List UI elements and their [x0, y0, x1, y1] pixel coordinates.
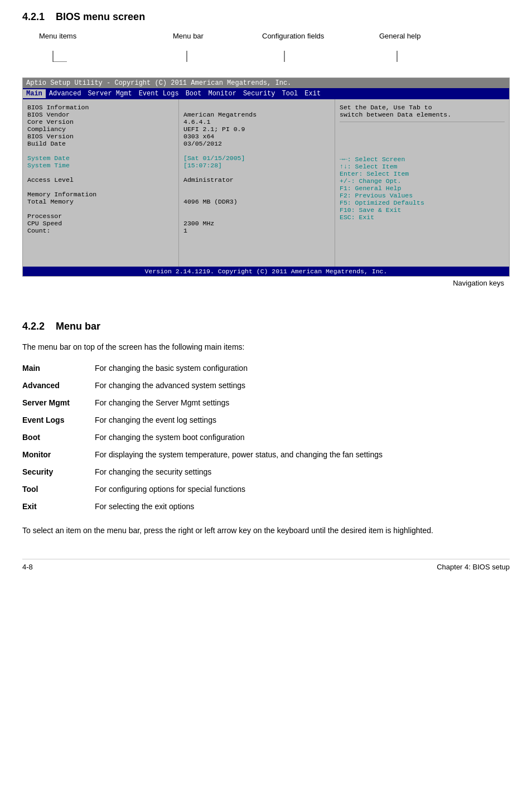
nav-keys-label: Navigation keys [22, 279, 510, 287]
nav-f5: F5: Optimized Defaults [340, 199, 505, 206]
system-time-label: System Time [27, 162, 174, 169]
menu-name-monitor: Monitor [22, 446, 95, 463]
menu-desc-monitor: For displaying the system temperature, p… [95, 446, 510, 463]
nav-f1: F1: General Help [340, 185, 505, 192]
bios-top-bar: Aptio Setup Utility - Copyright (C) 2011… [23, 78, 509, 88]
nav-select-item-arrows: ↑↓: Select Item [340, 163, 505, 170]
menu-desc-security: For changing the security settings [95, 463, 510, 481]
menu-name-security: Security [22, 463, 95, 481]
memory-info-value [183, 191, 330, 198]
total-memory-value: 4096 MB (DDR3) [183, 198, 330, 205]
total-memory-label: Total Memory [27, 198, 174, 205]
nav-tab-advanced[interactable]: Advanced [46, 89, 85, 98]
system-time-value[interactable]: [15:07:28] [183, 162, 330, 169]
bios-info-label: BIOS Information [27, 104, 174, 111]
section-422-heading: Menu bar [56, 321, 100, 332]
nav-tab-monitor[interactable]: Monitor [205, 89, 239, 98]
nav-change-opt: +/-: Change Opt. [340, 177, 505, 185]
menu-desc-exit: For selecting the exit options [95, 498, 510, 515]
section-421-title: 4.2.1 BIOS menu screen [22, 11, 510, 23]
menu-item-eventlogs: Event Logs For changing the event log se… [22, 412, 510, 429]
build-date-label: Build Date [27, 140, 174, 147]
nav-tab-boot[interactable]: Boot [182, 89, 205, 98]
bios-version-label: BIOS Version [27, 133, 174, 140]
bios-middle-panel: American Megatrends 4.6.4.1 UEFI 2.1; PI… [179, 99, 335, 267]
nav-enter: Enter: Select Item [340, 170, 505, 177]
section-422: 4.2.2 Menu bar The menu bar on top of th… [22, 321, 510, 537]
nav-select-screen: →←: Select Screen [340, 156, 505, 163]
nav-tab-security[interactable]: Security [240, 89, 279, 98]
bios-version-value: 0303 x64 [183, 133, 330, 140]
menu-item-exit: Exit For selecting the exit options [22, 498, 510, 515]
label-menu-bar: Menu bar [173, 32, 204, 40]
menu-name-main: Main [22, 360, 95, 377]
menu-name-exit: Exit [22, 498, 95, 515]
label-menu-items: Menu items [39, 32, 76, 40]
menu-desc-advanced: For changing the advanced system setting… [95, 377, 510, 394]
bios-vendor-value: American Megatrends [183, 111, 330, 118]
page-footer: 4-8 Chapter 4: BIOS setup [22, 559, 510, 571]
menu-item-security: Security For changing the security setti… [22, 463, 510, 481]
menu-name-tool: Tool [22, 481, 95, 498]
access-level-value: Administrator [183, 176, 330, 183]
menu-item-advanced: Advanced For changing the advanced syste… [22, 377, 510, 394]
bios-nav-help: →←: Select Screen ↑↓: Select Item Enter:… [340, 156, 505, 221]
section-422-outro: To select an item on the menu bar, press… [22, 524, 510, 537]
label-general-help: General help [379, 32, 420, 40]
menu-name-advanced: Advanced [22, 377, 95, 394]
nav-tab-tool[interactable]: Tool [279, 89, 302, 98]
cpu-speed-label: CPU Speed [27, 220, 174, 227]
menu-name-eventlogs: Event Logs [22, 412, 95, 429]
menu-desc-tool: For configuring options for special func… [95, 481, 510, 498]
menu-desc-eventlogs: For changing the event log settings [95, 412, 510, 429]
nav-tab-server[interactable]: Server Mgmt [84, 89, 135, 98]
section-422-intro: The menu bar on top of the screen has th… [22, 341, 510, 353]
bios-vendor-label: BIOS Vendor [27, 111, 174, 118]
menu-item-tool: Tool For configuring options for special… [22, 481, 510, 498]
bios-footer-text: Version 2.14.1219. Copyright (C) 2011 Am… [145, 268, 388, 275]
cpu-speed-value: 2300 MHz [183, 220, 330, 227]
bios-help-text: Set the Date, Use Tab to switch between … [340, 104, 505, 122]
section-421-number: 4.2.1 [22, 11, 45, 22]
menu-desc-main: For changing the basic system configurat… [95, 360, 510, 377]
bios-nav-bar: Main Advanced Server Mgmt Event Logs Boo… [23, 88, 509, 99]
menu-item-server: Server Mgmt For changing the Server Mgmt… [22, 394, 510, 412]
build-date-value: 03/05/2012 [183, 140, 330, 147]
label-config-fields: Configuration fields [262, 32, 324, 40]
bios-content: BIOS Information BIOS Vendor Core Versio… [23, 99, 509, 267]
bios-top-bar-text: Aptio Setup Utility - Copyright (C) 2011… [26, 79, 291, 87]
processor-value [183, 212, 330, 220]
core-version-label: Core Version [27, 118, 174, 125]
count-label: Count: [27, 227, 174, 234]
nav-tab-eventlogs[interactable]: Event Logs [136, 89, 182, 98]
nav-tab-exit[interactable]: Exit [301, 89, 324, 98]
core-version-value: 4.6.4.1 [183, 118, 330, 125]
menu-item-monitor: Monitor For displaying the system temper… [22, 446, 510, 463]
bios-info-value [183, 104, 330, 111]
menu-desc-boot: For changing the system boot configurati… [95, 429, 510, 446]
compliancy-value: UEFI 2.1; PI 0.9 [183, 125, 330, 133]
memory-info-label: Memory Information [27, 191, 174, 198]
compliancy-label: Compliancy [27, 125, 174, 133]
chapter-label: Chapter 4: BIOS setup [437, 563, 510, 571]
system-date-value[interactable]: [Sat 01/15/2005] [183, 154, 330, 162]
bios-left-panel: BIOS Information BIOS Vendor Core Versio… [23, 99, 179, 267]
menu-name-boot: Boot [22, 429, 95, 446]
menu-item-boot: Boot For changing the system boot config… [22, 429, 510, 446]
menu-item-main: Main For changing the basic system confi… [22, 360, 510, 377]
menu-bar-table: Main For changing the basic system confi… [22, 360, 510, 515]
menu-desc-server: For changing the Server Mgmt settings [95, 394, 510, 412]
nav-f2: F2: Previous Values [340, 192, 505, 199]
bios-screen: Aptio Setup Utility - Copyright (C) 2011… [22, 78, 510, 277]
connector-lines [22, 50, 513, 62]
access-level-label: Access Level [27, 176, 174, 183]
section-422-number: 4.2.2 [22, 321, 45, 332]
section-422-title: 4.2.2 Menu bar [22, 321, 510, 332]
bios-right-panel: Set the Date, Use Tab to switch between … [335, 99, 509, 267]
processor-label: Processor [27, 212, 174, 220]
menu-name-server: Server Mgmt [22, 394, 95, 412]
section-421-heading: BIOS menu screen [56, 11, 145, 22]
bios-footer: Version 2.14.1219. Copyright (C) 2011 Am… [23, 267, 509, 276]
nav-tab-main[interactable]: Main [23, 89, 46, 98]
system-date-label: System Date [27, 154, 174, 162]
